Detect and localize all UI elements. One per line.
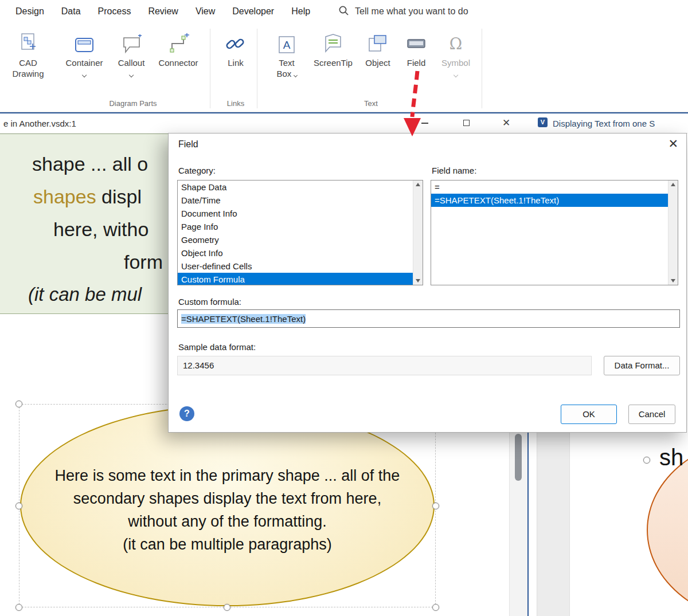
green-shape-word-rest: displ xyxy=(96,186,142,207)
text-box-button[interactable]: A Text Box xyxy=(267,28,306,79)
symbol-label: Symbol xyxy=(441,58,470,68)
container-icon xyxy=(59,28,110,57)
ok-button[interactable]: OK xyxy=(561,405,617,424)
screentip-label: ScreenTip xyxy=(314,58,353,68)
scroll-down-icon[interactable] xyxy=(416,279,420,283)
field-name-item[interactable]: = xyxy=(431,181,678,194)
category-item-selected[interactable]: Custom Formula xyxy=(178,273,423,285)
shape-handle[interactable] xyxy=(432,604,439,611)
close-window-button[interactable]: ✕ xyxy=(499,113,514,133)
cad-drawing-button[interactable]: CAD Drawing xyxy=(7,28,49,79)
sample-data-format-input[interactable]: 12.3456 xyxy=(177,356,592,375)
shape-handle[interactable] xyxy=(15,604,22,611)
link-label: Link xyxy=(228,58,244,68)
shape-handle[interactable] xyxy=(643,457,650,464)
ellipse-text-line: secondary shapes display the text from h… xyxy=(19,487,435,510)
primary-ellipse-text: Here is some text in the primary shape .… xyxy=(19,464,435,556)
shape-handle[interactable] xyxy=(15,503,22,509)
scrollbar-thumb[interactable] xyxy=(515,434,522,481)
custom-formula-value: =SHAPETEXT(Sheet.1!TheText) xyxy=(181,314,306,324)
group-label-diagram-parts: Diagram Parts xyxy=(59,99,207,108)
green-shape-line: shapes displ xyxy=(33,186,142,208)
group-label-links: Links xyxy=(215,99,256,108)
shape-handle[interactable] xyxy=(224,604,230,611)
category-item[interactable]: Object Info xyxy=(178,246,423,260)
link-button[interactable]: Link xyxy=(217,28,255,68)
data-format-button[interactable]: Data Format... xyxy=(604,356,680,375)
cancel-button[interactable]: Cancel xyxy=(628,405,675,424)
container-label: Container xyxy=(65,58,103,68)
dialog-close-button[interactable]: ✕ xyxy=(668,137,678,151)
left-window-title: e in Another.vsdx:1 xyxy=(3,119,76,128)
text-box-icon: A xyxy=(267,28,306,57)
scroll-up-icon[interactable] xyxy=(671,183,675,186)
object-button[interactable]: Object xyxy=(360,28,396,68)
ribbon: CAD Drawing Container Callout xyxy=(0,23,688,112)
category-item[interactable]: Shape Data xyxy=(178,181,423,194)
visio-file-icon: V xyxy=(538,117,548,127)
category-item[interactable]: User-defined Cells xyxy=(178,260,423,273)
listbox-scrollbar[interactable] xyxy=(413,181,423,285)
tell-me-text: Tell me what you want to do xyxy=(355,6,468,17)
category-item[interactable]: Date/Time xyxy=(178,194,423,207)
text-box-label-1: Text xyxy=(279,58,295,68)
container-button[interactable]: Container xyxy=(59,28,110,79)
category-item[interactable]: Page Info xyxy=(178,220,423,233)
dialog-title: Field xyxy=(178,139,198,150)
category-item[interactable]: Geometry xyxy=(178,233,423,246)
chevron-down-icon xyxy=(454,73,459,78)
green-shape-word-gold: shapes xyxy=(33,186,96,207)
listbox-scrollbar[interactable] xyxy=(668,181,678,285)
screentip-button[interactable]: ScreenTip xyxy=(308,28,358,68)
chevron-down-icon xyxy=(82,73,87,78)
ellipse-text-line: without any of the formatting. xyxy=(19,510,435,533)
cad-label-2: Drawing xyxy=(12,69,44,79)
search-icon xyxy=(338,5,349,18)
green-shape-line: here, witho xyxy=(53,218,148,241)
field-icon xyxy=(400,28,432,57)
red-annotation-arrow xyxy=(394,68,440,143)
shape-handle[interactable] xyxy=(432,503,439,509)
scroll-up-icon[interactable] xyxy=(416,183,420,186)
tab-design[interactable]: Design xyxy=(7,6,53,17)
tab-help[interactable]: Help xyxy=(283,6,319,17)
maximize-icon xyxy=(463,120,470,126)
callout-icon xyxy=(112,28,150,57)
category-label: Category: xyxy=(178,166,216,175)
custom-formula-input[interactable]: =SHAPETEXT(Sheet.1!TheText) xyxy=(177,309,680,328)
tab-data[interactable]: Data xyxy=(53,6,89,17)
scroll-down-icon[interactable] xyxy=(671,279,675,283)
callout-button[interactable]: Callout xyxy=(112,28,150,79)
field-name-listbox[interactable]: = =SHAPETEXT(Sheet.1!TheText) xyxy=(431,180,678,285)
secondary-ellipse-text: sh xyxy=(659,445,683,470)
maximize-button[interactable] xyxy=(459,113,474,133)
group-divider xyxy=(210,29,210,108)
connector-button[interactable]: Connector xyxy=(151,28,205,68)
category-listbox[interactable]: Shape Data Date/Time Document Info Page … xyxy=(177,180,423,285)
tab-review[interactable]: Review xyxy=(139,6,186,17)
menu-bar: Design Data Process Review View Develope… xyxy=(0,0,688,23)
svg-text:Ω: Ω xyxy=(449,35,462,53)
window-title-row: e in Another.vsdx:1 ✕ V Displaying Text … xyxy=(0,112,688,134)
tab-developer[interactable]: Developer xyxy=(224,6,283,17)
svg-text:A: A xyxy=(283,39,291,51)
category-item[interactable]: Document Info xyxy=(178,207,423,220)
field-name-label: Field name: xyxy=(432,166,476,175)
group-divider xyxy=(482,29,482,108)
tell-me-box[interactable]: Tell me what you want to do xyxy=(338,5,468,18)
green-shape-line: shape ... all o xyxy=(32,153,148,175)
green-shape-line: (it can be mul xyxy=(28,284,142,305)
right-window-title: Displaying Text from one S xyxy=(553,119,655,128)
chevron-down-icon xyxy=(129,73,134,78)
field-button[interactable]: Field xyxy=(400,28,432,68)
symbol-button[interactable]: Ω Symbol xyxy=(437,28,475,79)
field-name-item-selected[interactable]: =SHAPETEXT(Sheet.1!TheText) xyxy=(431,194,678,207)
symbol-icon: Ω xyxy=(437,28,475,57)
tab-process[interactable]: Process xyxy=(89,6,140,17)
screentip-icon xyxy=(308,28,358,57)
connector-icon xyxy=(151,28,205,57)
tab-view[interactable]: View xyxy=(187,6,224,17)
help-button[interactable]: ? xyxy=(179,406,194,421)
text-box-label-2: Box xyxy=(276,69,291,79)
shape-handle[interactable] xyxy=(15,401,22,407)
